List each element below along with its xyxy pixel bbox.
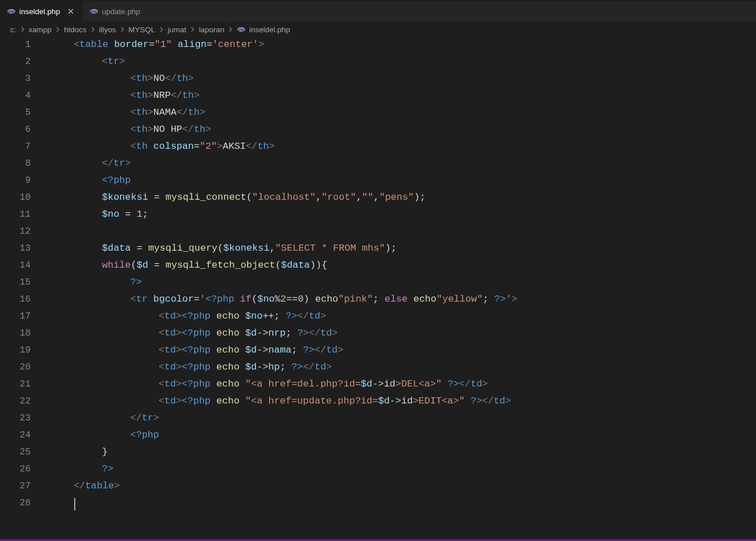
chevron-right-icon: [227, 25, 234, 33]
line-number: 19: [0, 342, 31, 359]
line-number: 18: [0, 325, 31, 342]
crumb-item[interactable]: jumat: [168, 25, 186, 34]
chevron-right-icon: [54, 25, 62, 33]
code-editor[interactable]: 1234567891011121314151617181920212223242…: [0, 36, 756, 512]
line-number: 21: [0, 376, 31, 393]
php-file-icon: php: [7, 7, 16, 16]
line-number: 17: [0, 308, 31, 325]
tab-label: inseldel.php: [19, 7, 60, 16]
line-number-gutter: 1234567891011121314151617181920212223242…: [0, 36, 45, 512]
line-number: 9: [0, 172, 31, 189]
tab-inseldel[interactable]: php inseldel.php: [0, 1, 83, 22]
tab-label: update.php: [102, 7, 140, 16]
line-number: 10: [0, 189, 31, 206]
crumb-item[interactable]: c:: [10, 25, 16, 34]
text-cursor: [74, 498, 75, 510]
line-number: 1: [0, 36, 31, 53]
php-file-icon: php: [237, 25, 246, 34]
line-number: 26: [0, 461, 31, 478]
svg-text:php: php: [238, 28, 245, 31]
line-number: 4: [0, 87, 31, 104]
line-number: 25: [0, 444, 31, 461]
close-icon[interactable]: [66, 6, 76, 16]
crumb-item[interactable]: illyos: [99, 25, 116, 34]
line-number: 20: [0, 359, 31, 376]
line-number: 11: [0, 206, 31, 223]
chevron-right-icon: [19, 25, 27, 33]
line-number: 5: [0, 104, 31, 121]
line-number: 6: [0, 121, 31, 138]
chevron-right-icon: [189, 25, 197, 33]
line-number: 13: [0, 240, 31, 257]
chevron-right-icon: [118, 25, 126, 33]
line-number: 23: [0, 410, 31, 427]
line-number: 2: [0, 53, 31, 70]
chevron-right-icon: [157, 25, 165, 33]
line-number: 16: [0, 291, 31, 308]
line-number: 14: [0, 257, 31, 274]
crumb-item[interactable]: MYSQL: [129, 25, 155, 34]
chevron-right-icon: [89, 25, 97, 33]
line-number: 27: [0, 478, 31, 495]
line-number: 3: [0, 70, 31, 87]
breadcrumb: c: xampp htdocs illyos MYSQL jumat lapor…: [0, 22, 756, 36]
crumb-item[interactable]: htdocs: [64, 25, 87, 34]
svg-text:php: php: [8, 10, 15, 13]
line-number: 7: [0, 138, 31, 155]
tab-bar: php inseldel.php php update.php: [0, 0, 756, 22]
crumb-item[interactable]: inseldel.php: [249, 25, 290, 34]
crumb-item[interactable]: laporan: [199, 25, 224, 34]
line-number: 12: [0, 223, 31, 240]
svg-text:php: php: [91, 10, 97, 13]
code-area[interactable]: <table border="1" align='center'> <tr> <…: [45, 36, 756, 512]
line-number: 15: [0, 274, 31, 291]
php-file-icon: php: [89, 7, 99, 16]
line-number: 24: [0, 427, 31, 444]
crumb-item[interactable]: xampp: [29, 25, 52, 34]
line-number: 8: [0, 155, 31, 172]
tab-update[interactable]: php update.php: [83, 1, 147, 22]
line-number: 22: [0, 393, 31, 410]
line-number: 28: [0, 495, 31, 512]
